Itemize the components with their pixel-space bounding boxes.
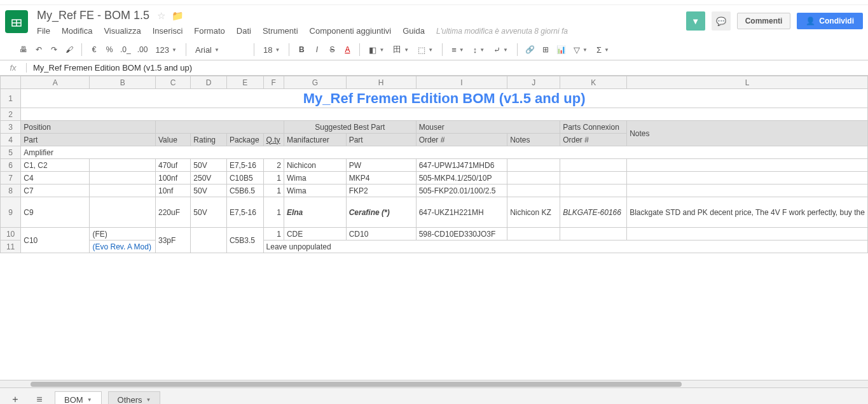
toolbar: 🖶 ↶ ↷ 🖌 € % .0_ .00 123▼ Arial▼ 18▼ B I … — [0, 39, 868, 60]
col-I[interactable]: I — [416, 76, 507, 89]
col-A[interactable]: A — [21, 76, 90, 89]
fx-label: fx — [0, 63, 27, 73]
redo-icon[interactable]: ↷ — [47, 42, 61, 57]
print-icon[interactable]: 🖶 — [17, 42, 31, 57]
spreadsheet-grid[interactable]: A B C D E F G H I J K L 1My_Ref Fremen E… — [0, 76, 868, 380]
col-F[interactable]: F — [263, 76, 284, 89]
functions[interactable]: Σ▼ — [593, 45, 613, 55]
paint-format-icon[interactable]: 🖌 — [62, 42, 76, 57]
comments-button[interactable]: Commenti — [737, 13, 791, 29]
add-sheet-icon[interactable]: + — [6, 391, 24, 405]
menu-file[interactable]: File — [37, 26, 50, 36]
font-size[interactable]: 18▼ — [259, 45, 284, 55]
menu-bar: File Modifica Visualizza Inserisci Forma… — [37, 26, 686, 36]
share-button[interactable]: 👤Condividi — [797, 13, 863, 29]
menu-data[interactable]: Dati — [237, 26, 251, 36]
last-edit-text: L'ultima modifica è avvenuta 8 giorni fa — [436, 27, 568, 36]
col-J[interactable]: J — [507, 76, 560, 89]
table-row: 5Amplifier — [1, 146, 868, 159]
col-C[interactable]: C — [156, 76, 191, 89]
table-row: 9C9220uF50VE7,5-161ElnaCerafine (*)647-U… — [1, 197, 868, 228]
decrease-decimal[interactable]: .0_ — [118, 42, 134, 57]
merge-cells[interactable]: ⬚▼ — [414, 45, 437, 55]
menu-edit[interactable]: Modifica — [62, 26, 92, 36]
menu-format[interactable]: Formato — [194, 26, 224, 36]
table-row: 10C10(FE)33pFC5B3.51CDECD10598-CD10ED330… — [1, 228, 868, 240]
col-D[interactable]: D — [191, 76, 227, 89]
increase-decimal[interactable]: .00 — [135, 42, 151, 57]
column-headers: A B C D E F G H I J K L — [1, 76, 868, 89]
undo-icon[interactable]: ↶ — [32, 42, 46, 57]
formula-bar: fx My_Ref Fremen Edition BOM (v1.5 and u… — [0, 60, 868, 76]
table-row: 7C4100nf250VC10B51WimaMKP4505-MKP4.1/250… — [1, 172, 868, 185]
folder-icon[interactable]: 📁 — [172, 10, 184, 22]
table-row: 8C710nf50VC5B6.51WimaFKP2505-FKP20.01/10… — [1, 185, 868, 197]
formula-input[interactable]: My_Ref Fremen Edition BOM (v1.5 and up) — [27, 63, 868, 73]
filter[interactable]: ▽▼ — [570, 45, 591, 55]
sheets-logo[interactable] — [5, 10, 28, 33]
sheet-tab-others[interactable]: Others▼ — [108, 391, 161, 405]
user-avatar[interactable]: ▼ — [686, 11, 705, 31]
sheet-tabs-bar: + ≡ BOM▼ Others▼ — [0, 387, 868, 404]
horizontal-scrollbar[interactable] — [0, 380, 868, 387]
menu-tools[interactable]: Strumenti — [263, 26, 298, 36]
text-color[interactable]: A — [340, 42, 354, 57]
corner-cell[interactable] — [1, 76, 21, 89]
col-G[interactable]: G — [284, 76, 346, 89]
title-cell[interactable]: My_Ref Fremen Edition BOM (v1.5 and up) — [21, 89, 868, 108]
menu-addons[interactable]: Componenti aggiuntivi — [310, 26, 392, 36]
insert-link-icon[interactable]: 🔗 — [523, 42, 537, 57]
col-E[interactable]: E — [226, 76, 263, 89]
col-H[interactable]: H — [346, 76, 416, 89]
h-align[interactable]: ≡▼ — [448, 45, 468, 55]
chat-icon[interactable]: 💬 — [712, 11, 731, 31]
borders[interactable]: 田▼ — [389, 44, 413, 55]
app-header: My_Ref FE - BOM 1.5 ☆ 📁 File Modifica Vi… — [0, 5, 868, 36]
format-percent[interactable]: % — [102, 42, 116, 57]
star-icon[interactable]: ☆ — [157, 10, 165, 22]
col-B[interactable]: B — [90, 76, 156, 89]
fill-color[interactable]: ◧▼ — [365, 45, 388, 55]
table-row: 6C1, C2470uf50VE7,5-162NichiconPW647-UPW… — [1, 159, 868, 172]
col-K[interactable]: K — [560, 76, 627, 89]
bold-button[interactable]: B — [294, 42, 308, 57]
strike-button[interactable]: S — [325, 42, 339, 57]
table-row: 11(Evo Rev. A Mod)Leave unpopulated — [1, 240, 868, 253]
text-wrap[interactable]: ⤶▼ — [490, 45, 512, 55]
v-align[interactable]: ↕▼ — [469, 45, 488, 55]
menu-insert[interactable]: Inserisci — [153, 26, 183, 36]
insert-chart-icon[interactable]: 📊 — [554, 42, 568, 57]
all-sheets-icon[interactable]: ≡ — [31, 391, 48, 405]
font-select[interactable]: Arial▼ — [191, 45, 249, 55]
number-format[interactable]: 123▼ — [151, 45, 181, 55]
insert-comment-icon[interactable]: ⊞ — [539, 42, 553, 57]
menu-help[interactable]: Guida — [403, 26, 425, 36]
format-currency[interactable]: € — [87, 42, 101, 57]
col-L[interactable]: L — [627, 76, 868, 89]
document-title[interactable]: My_Ref FE - BOM 1.5 — [37, 9, 149, 22]
menu-view[interactable]: Visualizza — [104, 26, 141, 36]
row-1[interactable]: 1 — [1, 89, 21, 108]
sheet-tab-bom[interactable]: BOM▼ — [55, 391, 102, 405]
header-row-1: 3 Position Suggested Best Part Mouser Pa… — [1, 121, 868, 134]
italic-button[interactable]: I — [310, 42, 324, 57]
